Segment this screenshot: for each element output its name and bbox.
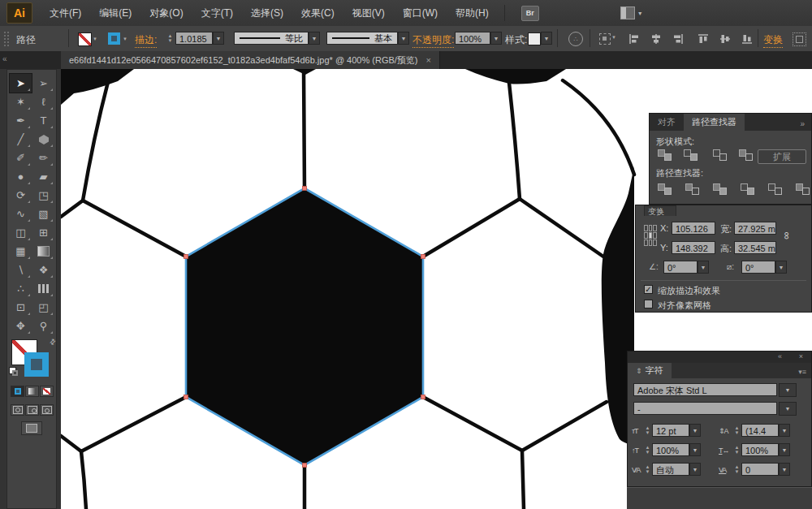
crop-button[interactable] — [741, 183, 754, 195]
width-tool[interactable]: ∿ — [10, 205, 32, 223]
panel-menu-icon[interactable]: ▾≡ — [793, 365, 811, 378]
font-size-dropdown[interactable]: ▼ — [689, 424, 701, 437]
align-center-vertical-button[interactable] — [716, 31, 734, 46]
symbol-sprayer-tool[interactable]: ∴ — [10, 279, 32, 298]
menu-edit[interactable]: 编辑(E) — [90, 0, 140, 26]
align-to-selection-icon[interactable] — [599, 33, 611, 45]
menu-file[interactable]: 文件(F) — [41, 0, 90, 26]
illustrator-logo[interactable]: Ai — [6, 2, 32, 24]
exclude-button[interactable] — [739, 149, 753, 161]
transform-link[interactable]: 变换 — [763, 33, 783, 48]
vertical-scale-stepper[interactable]: ▲▼ — [644, 445, 651, 455]
font-style-field[interactable]: - — [633, 402, 777, 415]
none-mode-button[interactable] — [40, 386, 54, 397]
brush-definition-dropdown[interactable]: ▼ — [398, 32, 409, 45]
kerning-dropdown[interactable]: ▼ — [689, 463, 701, 476]
gradient-tool[interactable] — [32, 242, 54, 261]
tab-transform[interactable]: 变换 — [644, 205, 676, 216]
color-mode-button[interactable] — [11, 386, 24, 397]
tracking-stepper[interactable]: ▲▼ — [733, 464, 741, 474]
menu-help[interactable]: 帮助(H) — [447, 0, 498, 26]
font-style-dropdown[interactable]: ▼ — [779, 402, 797, 416]
leading-field[interactable]: (14.4 — [741, 424, 779, 437]
gradient-mode-button[interactable] — [25, 386, 39, 397]
font-size-stepper[interactable]: ▲▼ — [644, 425, 651, 435]
leading-stepper[interactable]: ▲▼ — [733, 425, 741, 435]
tab-align[interactable]: 对齐 — [650, 114, 684, 131]
blob-brush-tool[interactable]: ● — [10, 167, 32, 186]
rotate-tool[interactable]: ⟳ — [10, 186, 32, 205]
screen-mode-button[interactable] — [21, 421, 42, 435]
align-bottom-button[interactable] — [738, 31, 756, 46]
menu-type[interactable]: 文字(T) — [192, 0, 242, 26]
trim-button[interactable] — [685, 183, 699, 195]
stroke-swatch-active[interactable] — [24, 352, 49, 377]
paintbrush-tool[interactable]: ✐ — [10, 149, 32, 167]
menu-object[interactable]: 对象(O) — [140, 0, 192, 26]
shape-builder-tool[interactable]: ◫ — [10, 223, 32, 242]
close-icon[interactable]: × — [426, 55, 431, 65]
column-graph-tool[interactable] — [32, 279, 54, 298]
direct-selection-tool[interactable]: ➢ — [32, 74, 54, 93]
polygon-tool[interactable] — [32, 130, 54, 149]
pen-tool[interactable]: ✒ — [10, 111, 32, 130]
free-transform-tool[interactable]: ▧ — [32, 205, 54, 223]
pixel-grid-label[interactable]: 对齐像素网格 — [658, 300, 711, 312]
swap-fill-stroke-icon[interactable]: ⇄ — [48, 337, 58, 347]
outline-button[interactable] — [768, 183, 782, 195]
menu-effect[interactable]: 效果(C) — [292, 0, 343, 26]
intersect-button[interactable] — [713, 149, 727, 161]
opacity-label[interactable]: 不透明度: — [412, 33, 454, 48]
artboard-tool[interactable]: ⊡ — [10, 298, 32, 317]
x-field[interactable]: 105.126 — [672, 222, 715, 235]
close-panel-icon[interactable]: × — [799, 352, 803, 360]
workspace-switcher[interactable]: ▼ — [620, 6, 643, 19]
vertical-scale-field[interactable]: 100% — [652, 443, 689, 456]
tab-character[interactable]: ⇕ 字符 — [628, 363, 672, 378]
fill-none-swatch[interactable] — [78, 32, 92, 46]
tracking-dropdown[interactable]: ▼ — [779, 463, 790, 476]
brush-definition-combo[interactable]: 基本 — [326, 32, 398, 45]
lasso-tool[interactable]: ℓ — [32, 93, 54, 111]
minus-back-button[interactable] — [796, 183, 810, 195]
stroke-weight-field[interactable]: 1.0185 — [175, 32, 213, 45]
panel-grip[interactable] — [3, 31, 10, 47]
divide-button[interactable] — [658, 183, 672, 195]
y-field[interactable]: 148.392 — [672, 241, 715, 254]
collapse-tabs-icon[interactable]: « — [2, 54, 7, 63]
horizontal-scale-field[interactable]: 100% — [741, 443, 779, 456]
expand-button[interactable]: 扩展 — [758, 149, 806, 164]
horizontal-scale-dropdown[interactable]: ▼ — [779, 443, 790, 456]
scale-tool[interactable]: ◳ — [32, 186, 54, 205]
height-field[interactable]: 32.545 m — [734, 241, 776, 254]
draw-behind-button[interactable] — [25, 404, 39, 416]
font-size-field[interactable]: 12 pt — [652, 424, 689, 437]
reference-point-proxy[interactable] — [644, 225, 657, 246]
tracking-field[interactable]: 0 — [741, 463, 779, 476]
horizontal-scale-stepper[interactable]: ▲▼ — [733, 445, 741, 455]
kerning-field[interactable]: 自动 — [652, 463, 689, 476]
tab-pathfinder[interactable]: 路径查找器 — [684, 114, 745, 131]
stroke-weight-dropdown[interactable]: ▼ — [213, 32, 224, 45]
vertical-scale-dropdown[interactable]: ▼ — [689, 443, 701, 456]
panel-expand-icon[interactable]: » — [793, 117, 811, 131]
menu-window[interactable]: 窗口(W) — [394, 0, 447, 26]
width-profile-dropdown[interactable]: ▼ — [309, 32, 320, 45]
collapse-panel-icon[interactable]: « — [778, 352, 782, 360]
perspective-grid-tool[interactable]: ⊞ — [32, 223, 54, 242]
zoom-tool[interactable]: ⚲ — [32, 317, 54, 335]
scale-strokes-checkbox[interactable]: ✓ — [644, 285, 653, 294]
eyedropper-tool[interactable]: ∖ — [10, 261, 32, 279]
slice-tool[interactable]: ◰ — [32, 298, 54, 317]
style-dropdown[interactable]: ▼ — [541, 32, 552, 45]
bridge-button[interactable]: Br — [521, 6, 539, 21]
leading-dropdown[interactable]: ▼ — [779, 424, 790, 437]
line-segment-tool[interactable]: ╱ — [10, 130, 32, 149]
hand-tool[interactable]: ✥ — [10, 317, 32, 335]
fill-dropdown-icon[interactable]: ▼ — [93, 37, 97, 41]
default-fill-stroke-icon[interactable] — [9, 367, 19, 377]
align-right-button[interactable] — [669, 31, 687, 46]
bounding-box-icon[interactable] — [793, 32, 806, 46]
eraser-tool[interactable]: ▰ — [32, 167, 54, 186]
recolor-artwork-icon[interactable]: ∴ — [568, 32, 583, 46]
